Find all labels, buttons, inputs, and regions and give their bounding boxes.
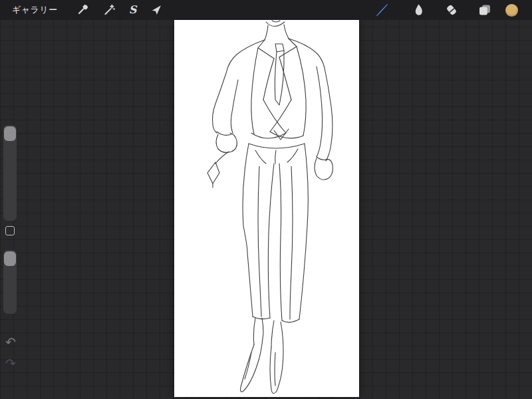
smudge-tool-button[interactable] <box>405 0 432 20</box>
transform-arrow-icon <box>150 3 163 17</box>
selection-s-icon: S <box>129 5 137 15</box>
wrench-icon <box>76 3 89 17</box>
layers-button[interactable] <box>471 0 498 20</box>
magic-wand-icon <box>102 3 116 17</box>
opacity-slider[interactable] <box>3 250 17 314</box>
actions-button[interactable] <box>70 0 95 20</box>
adjustments-button[interactable] <box>96 0 122 20</box>
brush-size-slider-handle[interactable] <box>4 126 16 141</box>
paint-tool-button[interactable] <box>368 0 396 20</box>
suit-figure-sketch <box>174 20 359 397</box>
drawing-canvas[interactable] <box>174 20 359 397</box>
layers-icon <box>477 3 492 17</box>
brush-icon <box>374 2 390 18</box>
toolbar-left-group: ギャラリー <box>0 0 169 20</box>
color-swatch <box>505 4 518 17</box>
redo-button[interactable]: ↷ <box>3 357 19 370</box>
opacity-slider-handle[interactable] <box>4 251 16 266</box>
transform-button[interactable] <box>144 0 169 20</box>
gallery-button[interactable]: ギャラリー <box>9 0 70 20</box>
color-button[interactable] <box>499 0 524 20</box>
procreate-app: ギャラリー <box>0 0 532 399</box>
top-toolbar: ギャラリー <box>0 0 532 20</box>
smudge-icon <box>411 3 426 17</box>
undo-button[interactable]: ↶ <box>3 336 19 348</box>
brush-size-slider[interactable] <box>3 125 17 221</box>
selection-button[interactable]: S <box>123 0 143 20</box>
erase-tool-button[interactable] <box>438 0 465 20</box>
toolbar-right-group <box>368 0 532 20</box>
modify-button[interactable] <box>5 226 15 235</box>
eraser-icon <box>444 3 459 17</box>
